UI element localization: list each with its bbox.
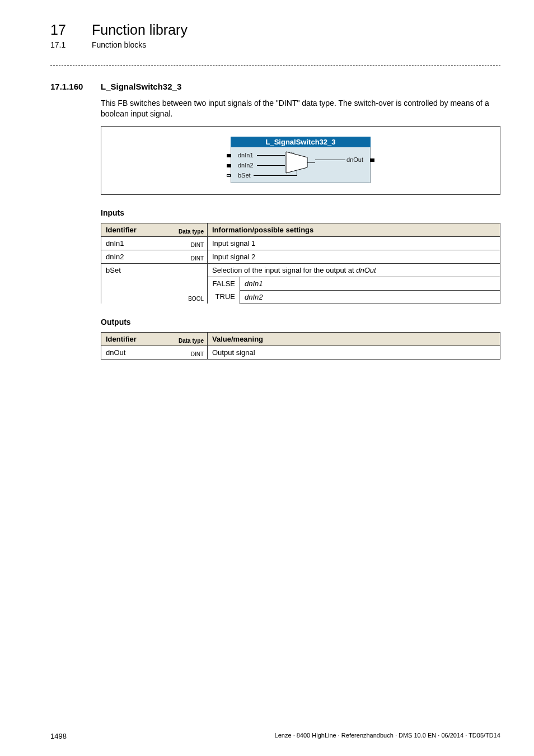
- identifier-dtype: DINT: [191, 351, 204, 357]
- col-info: Information/possible settings: [208, 223, 500, 236]
- table-row: dnOut DINT Output signal: [101, 346, 500, 359]
- cell-info: Selection of the input signal for the ou…: [208, 263, 500, 277]
- cell-identifier: dnOut DINT: [101, 346, 208, 359]
- cell-identifier: dnIn2 DINT: [101, 250, 208, 263]
- col-identifier: Identifier Data type: [101, 223, 208, 236]
- page-footer: 1498 Lenze · 8400 HighLine · Referenzhan…: [50, 732, 500, 740]
- table-row: dnIn2 DINT Input signal 2: [101, 250, 500, 263]
- chapter-number: 17: [50, 21, 72, 38]
- port-connector-icon: [227, 174, 231, 177]
- block-body: dnIn1 dnIn2 bSet dnOut 0 1: [231, 147, 371, 183]
- port-in3-label: bSet: [238, 172, 251, 179]
- port-in1-label: dnIn1: [238, 152, 254, 158]
- cell-identifier: bSet BOOL: [101, 263, 208, 304]
- port-in2-label: dnIn2: [238, 162, 254, 169]
- port-connector-icon: [370, 158, 374, 162]
- cell-info: Input signal 2: [208, 250, 500, 263]
- intro-paragraph: This FB switches between two input signa…: [101, 98, 500, 119]
- footer-line: Lenze · 8400 HighLine · Referenzhandbuch…: [275, 732, 500, 740]
- col-value: Value/meaning: [208, 332, 500, 346]
- function-block: L_SignalSwitch32_3 dnIn1 dnIn2 bSet dnOu…: [231, 137, 371, 183]
- inputs-table: Identifier Data type Information/possibl…: [101, 223, 500, 304]
- wire-icon: [254, 175, 297, 176]
- page-number: 1498: [50, 732, 67, 740]
- table-row: dnIn1 DINT Input signal 1: [101, 236, 500, 250]
- section-number: 17.1: [50, 40, 72, 50]
- port-connector-icon: [227, 154, 231, 157]
- cell-info: Input signal 1: [208, 236, 500, 250]
- block-title: L_SignalSwitch32_3: [231, 137, 371, 147]
- wire-icon: [315, 160, 345, 160]
- cell-info: Output signal: [208, 346, 500, 359]
- subkey-true: TRUE: [208, 290, 240, 304]
- chapter-header: 17 Function library: [50, 21, 500, 38]
- port-connector-icon: [227, 164, 231, 167]
- inputs-heading: Inputs: [101, 208, 500, 217]
- identifier-dtype: BOOL: [188, 296, 204, 302]
- block-diagram: L_SignalSwitch32_3 dnIn1 dnIn2 bSet dnOu…: [101, 126, 500, 195]
- wire-icon: [257, 165, 285, 166]
- identifier-name: bSet: [106, 266, 121, 274]
- identifier-dtype: DINT: [191, 242, 204, 248]
- identifier-name: dnIn2: [106, 253, 124, 261]
- port-out-label: dnOut: [346, 156, 363, 163]
- subval-false: dnIn1: [240, 277, 500, 290]
- subsection-title: L_SignalSwitch32_3: [101, 82, 181, 91]
- outputs-heading: Outputs: [101, 318, 500, 326]
- info-text-italic: dnOut: [356, 266, 376, 274]
- info-text: Selection of the input signal for the ou…: [212, 266, 356, 274]
- section-header: 17.1 Function blocks: [50, 40, 500, 50]
- table-row: bSet BOOL Selection of the input signal …: [101, 263, 500, 277]
- identifier-name: dnIn1: [106, 239, 124, 248]
- identifier-name: dnOut: [106, 348, 125, 357]
- identifier-dtype: DINT: [191, 255, 204, 262]
- subsection-heading: 17.1.160 L_SignalSwitch32_3: [50, 82, 500, 91]
- col-datatype-label: Data type: [179, 338, 204, 344]
- col-datatype-label: Data type: [179, 228, 204, 235]
- svg-marker-0: [286, 152, 307, 173]
- subkey-false: FALSE: [208, 277, 240, 290]
- divider: [50, 66, 500, 66]
- outputs-table: Identifier Data type Value/meaning dnOut…: [101, 332, 500, 360]
- subval-true: dnIn2: [240, 290, 500, 304]
- col-identifier-label: Identifier: [106, 335, 137, 343]
- mux-icon: [285, 151, 315, 174]
- col-identifier-label: Identifier: [106, 226, 137, 234]
- wire-icon: [257, 155, 285, 156]
- cell-identifier: dnIn1 DINT: [101, 236, 208, 250]
- section-title: Function blocks: [92, 40, 146, 50]
- table-header-row: Identifier Data type Information/possibl…: [101, 223, 500, 236]
- table-header-row: Identifier Data type Value/meaning: [101, 332, 500, 346]
- subsection-number: 17.1.160: [50, 82, 91, 91]
- col-identifier: Identifier Data type: [101, 332, 208, 346]
- chapter-title: Function library: [92, 21, 188, 38]
